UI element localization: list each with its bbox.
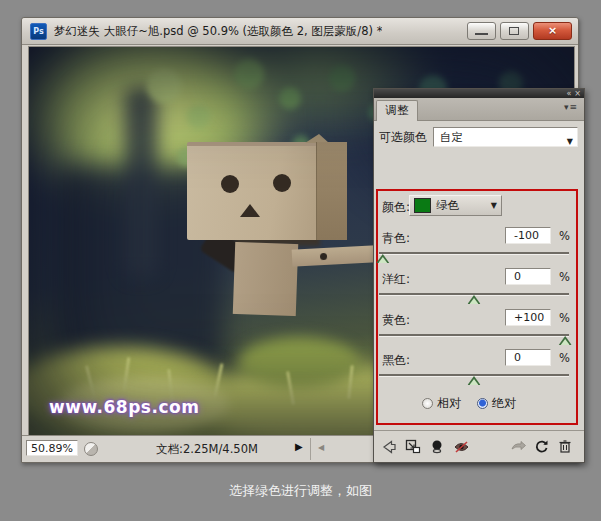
zoom-level-field[interactable]: 50.89% [26,440,78,456]
magenta-unit: % [559,270,570,284]
radio-relative[interactable]: 相对 [422,395,461,412]
black-unit: % [559,351,570,365]
watermark-text: www.68ps.com [49,397,199,417]
selective-color-label: 可选颜色 [379,129,433,146]
delete-adjustment-layer-icon[interactable] [555,438,575,456]
magenta-label: 洋红: [382,271,410,288]
color-dropdown-value: 绿色 [436,198,486,213]
danbo-right-eye [273,174,291,192]
return-to-adjustment-list-icon[interactable] [379,438,399,456]
chevron-down-icon: ▼ [567,132,573,151]
close-panel-icon[interactable]: × [574,90,581,98]
panel-tab-bar: 调整 ▾≡ [374,98,584,121]
restore-button[interactable] [500,22,529,40]
magenta-slider-track[interactable] [379,293,569,296]
cyan-unit: % [559,229,570,243]
danbo-mouth [240,204,260,217]
danbo-body [233,242,298,316]
status-options-arrow-icon[interactable]: ▶ [295,441,303,452]
tab-adjustments[interactable]: 调整 [376,100,418,121]
minimize-button[interactable] [467,22,496,40]
green-color-swatch [414,198,431,213]
bokeh-light [329,65,355,91]
selective-color-panel: 可选颜色 自定 ▼ 颜色: 绿色 ▼ 青色: -100 % 洋红: 0 [374,120,584,429]
bokeh-light [234,59,264,89]
clip-to-layer-icon[interactable] [403,438,423,456]
preset-dropdown[interactable]: 自定 ▼ [433,127,578,147]
undo-arrow-icon[interactable] [507,438,527,456]
yellow-slider-track[interactable] [379,334,569,337]
bokeh-light [187,105,211,129]
yellow-slider-thumb[interactable] [559,336,572,345]
scrollbar-left-arrow-icon[interactable]: ◀ [318,443,324,452]
black-value-field[interactable]: 0 [505,349,551,366]
radio-relative-label: 相对 [437,395,461,412]
document-size-info: 文档:2.25M/4.50M [112,442,302,457]
method-radio-group: 相对 绝对 [422,395,516,412]
black-label: 黑色: [382,352,410,369]
yellow-label: 黄色: [382,312,410,329]
radio-circle-icon [477,398,488,409]
adjustments-panel: « × 调整 ▾≡ 可选颜色 自定 ▼ 颜色: 绿色 ▼ 青色: -100 % [373,88,585,463]
close-button[interactable]: × [533,22,572,40]
bokeh-light [279,87,301,109]
annotation-red-box: 颜色: 绿色 ▼ 青色: -100 % 洋红: 0 % 黄色: +100 [376,189,578,425]
magenta-value-field[interactable]: 0 [505,268,551,285]
black-slider-track[interactable] [379,374,569,377]
panel-menu-icon[interactable]: ▾≡ [564,102,578,112]
radio-absolute[interactable]: 绝对 [477,395,516,412]
cyan-slider-track[interactable] [379,252,569,255]
yellow-value-field[interactable]: +100 [505,309,551,326]
danbo-left-eye [221,175,239,193]
color-label: 颜色: [382,199,410,216]
yellow-unit: % [559,311,570,325]
window-titlebar[interactable]: Ps 梦幻迷失 大眼仔~旭.psd @ 50.9% (选取颜色 2, 图层蒙版/… [22,18,578,45]
danbo-head [187,142,347,240]
photo-tree-silhouette [124,87,158,277]
preset-value: 自定 [440,130,463,144]
chevron-down-icon: ▼ [491,201,497,210]
panel-group-header: « × [374,89,584,98]
cyan-label: 青色: [382,230,410,247]
panel-footer-bar [374,430,584,462]
view-previous-state-icon[interactable] [451,438,471,456]
collapse-panel-icon[interactable]: « [566,90,571,98]
status-divider [310,438,311,460]
grass-blur [239,337,359,387]
radio-circle-icon [422,398,433,409]
photoshop-app-icon: Ps [30,23,47,40]
toggle-layer-visibility-icon[interactable] [427,438,447,456]
radio-absolute-label: 绝对 [492,395,516,412]
danbo-head-side-face [316,142,347,240]
cyan-slider-thumb[interactable] [376,254,389,263]
cyan-value-field[interactable]: -100 [505,227,551,244]
window-title: 梦幻迷失 大眼仔~旭.psd @ 50.9% (选取颜色 2, 图层蒙版/8) … [54,24,382,39]
bokeh-light [147,69,181,103]
black-slider-thumb[interactable] [468,376,481,385]
color-dropdown[interactable]: 绿色 ▼ [409,195,502,216]
magenta-slider-thumb[interactable] [468,295,481,304]
danbo-shoulder-peg [320,253,327,260]
status-clock-icon [84,442,98,456]
reset-adjustment-icon[interactable] [531,438,551,456]
tutorial-caption: 选择绿色进行调整，如图 [0,482,601,500]
